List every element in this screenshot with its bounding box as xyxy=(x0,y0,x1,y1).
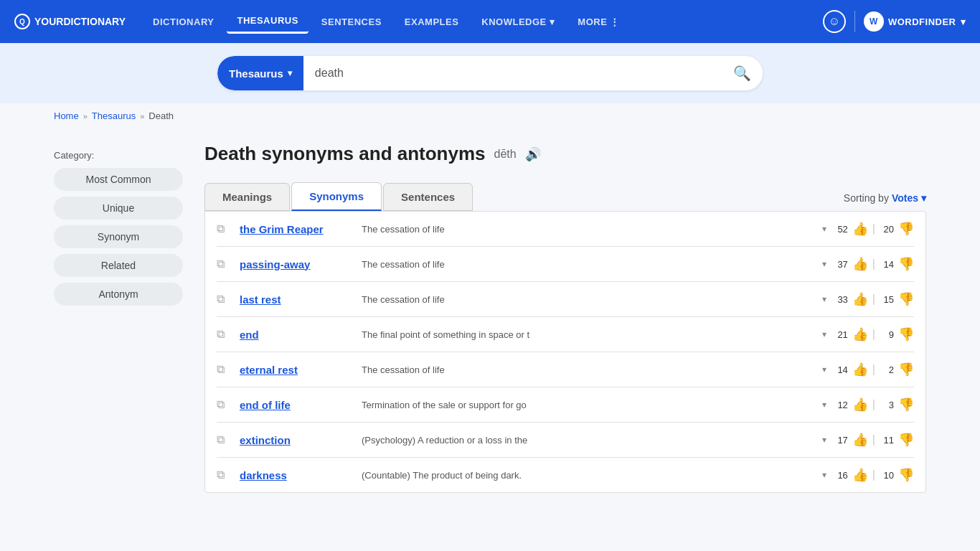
downvote-button[interactable]: 👎 xyxy=(898,397,914,413)
copy-icon[interactable]: ⧉ xyxy=(217,433,232,446)
tabs: Meanings Synonyms Sentences xyxy=(204,182,474,211)
synonym-word[interactable]: passing-away xyxy=(240,258,354,270)
expand-button[interactable]: ▾ xyxy=(822,400,826,410)
user-icon[interactable]: ☺ xyxy=(823,10,846,33)
sidebar: Category: Most Common Unique Synonym Rel… xyxy=(54,143,183,493)
sidebar-item-unique[interactable]: Unique xyxy=(54,197,183,220)
breadcrumb-home[interactable]: Home xyxy=(54,110,79,121)
logo-icon: Q xyxy=(14,14,30,29)
expand-button[interactable]: ▾ xyxy=(822,470,826,480)
synonym-word[interactable]: the Grim Reaper xyxy=(240,223,354,235)
downvote-button[interactable]: 👎 xyxy=(898,432,914,448)
vote-area: 17 👍 | 11 👎 xyxy=(834,432,914,448)
expand-button[interactable]: ▾ xyxy=(822,294,826,304)
wordfinder-button[interactable]: W WORDFINDER ▾ xyxy=(864,11,966,32)
search-input[interactable] xyxy=(303,56,722,90)
nav-thesaurus[interactable]: THESAURUS xyxy=(227,9,308,34)
synonym-definition: (Psychology) A reduction or a loss in th… xyxy=(362,435,815,446)
downvote-button[interactable]: 👎 xyxy=(898,467,914,483)
vote-area: 16 👍 | 10 👎 xyxy=(834,467,914,483)
sidebar-item-related[interactable]: Related xyxy=(54,254,183,277)
vote-area: 12 👍 | 3 👎 xyxy=(834,397,914,413)
sidebar-item-most-common[interactable]: Most Common xyxy=(54,168,183,191)
upvote-button[interactable]: 👍 xyxy=(852,397,868,413)
sorting-value[interactable]: Votes ▾ xyxy=(892,192,926,204)
table-row: ⧉ the Grim Reaper The cessation of life … xyxy=(217,212,914,247)
breadcrumb-current: Death xyxy=(149,110,174,121)
nav-sentences[interactable]: SENTENCES xyxy=(311,11,392,33)
synonym-word[interactable]: last rest xyxy=(240,293,354,306)
downvote-count: 11 xyxy=(880,435,894,446)
downvote-button[interactable]: 👎 xyxy=(898,291,914,307)
chevron-down-icon: ▾ xyxy=(921,192,926,204)
synonyms-list: ⧉ the Grim Reaper The cessation of life … xyxy=(204,211,926,493)
synonym-word[interactable]: end xyxy=(240,329,354,341)
upvote-button[interactable]: 👍 xyxy=(852,326,868,342)
search-icon: 🔍 xyxy=(733,65,751,82)
tab-meanings[interactable]: Meanings xyxy=(204,183,290,211)
expand-button[interactable]: ▾ xyxy=(822,224,826,234)
expand-button[interactable]: ▾ xyxy=(822,435,826,445)
nav-examples[interactable]: EXAMPLES xyxy=(395,11,469,33)
upvote-count: 21 xyxy=(834,329,848,340)
upvote-button[interactable]: 👍 xyxy=(852,467,868,483)
downvote-button[interactable]: 👎 xyxy=(898,326,914,342)
search-type-dropdown[interactable]: Thesaurus ▾ xyxy=(217,56,303,90)
copy-icon[interactable]: ⧉ xyxy=(217,363,232,376)
nav-divider xyxy=(854,11,855,32)
upvote-button[interactable]: 👍 xyxy=(852,432,868,448)
speaker-icon[interactable]: 🔊 xyxy=(525,146,541,162)
synonym-word[interactable]: extinction xyxy=(240,434,354,446)
copy-icon[interactable]: ⧉ xyxy=(217,222,232,235)
copy-icon[interactable]: ⧉ xyxy=(217,258,232,270)
search-button[interactable]: 🔍 xyxy=(722,56,763,90)
downvote-button[interactable]: 👎 xyxy=(898,256,914,272)
breadcrumb-thesaurus[interactable]: Thesaurus xyxy=(92,110,136,121)
downvote-count: 9 xyxy=(880,329,894,340)
sidebar-item-synonym[interactable]: Synonym xyxy=(54,225,183,248)
synonym-definition: The cessation of life xyxy=(362,364,815,375)
page-title-text: Death synonyms and antonyms xyxy=(204,143,486,165)
synonym-word[interactable]: darkness xyxy=(240,469,354,481)
wordfinder-icon: W xyxy=(864,11,884,32)
expand-button[interactable]: ▾ xyxy=(822,259,826,269)
expand-button[interactable]: ▾ xyxy=(822,329,826,339)
downvote-button[interactable]: 👎 xyxy=(898,362,914,377)
tab-synonyms[interactable]: Synonyms xyxy=(291,182,382,211)
copy-icon[interactable]: ⧉ xyxy=(217,328,232,341)
downvote-count: 14 xyxy=(880,259,894,270)
upvote-button[interactable]: 👍 xyxy=(852,221,868,237)
upvote-button[interactable]: 👍 xyxy=(852,256,868,272)
nav-knowledge[interactable]: KNOWLEDGE ▾ xyxy=(471,11,565,33)
table-row: ⧉ last rest The cessation of life ▾ 33 👍… xyxy=(217,282,914,317)
search-section: Thesaurus ▾ 🔍 xyxy=(0,43,980,103)
expand-button[interactable]: ▾ xyxy=(822,364,826,375)
vote-area: 14 👍 | 2 👎 xyxy=(834,362,914,377)
synonym-word[interactable]: end of life xyxy=(240,399,354,411)
synonym-word[interactable]: eternal rest xyxy=(240,364,354,376)
nav-dictionary[interactable]: DICTIONARY xyxy=(143,11,224,33)
downvote-button[interactable]: 👎 xyxy=(898,221,914,237)
downvote-count: 2 xyxy=(880,364,894,375)
sidebar-item-antonym[interactable]: Antonym xyxy=(54,283,183,306)
breadcrumb-sep-2: » xyxy=(140,112,144,121)
synonym-definition: The cessation of life xyxy=(362,224,815,235)
copy-icon[interactable]: ⧉ xyxy=(217,398,232,411)
upvote-count: 16 xyxy=(834,470,848,481)
upvote-count: 52 xyxy=(834,224,848,235)
table-row: ⧉ darkness (Countable) The product of be… xyxy=(217,458,914,492)
vote-area: 33 👍 | 15 👎 xyxy=(834,291,914,307)
pronunciation: dēth xyxy=(494,148,517,161)
nav-right: ☺ W WORDFINDER ▾ xyxy=(823,10,966,33)
more-dots-icon: ⋮ xyxy=(610,17,620,27)
upvote-button[interactable]: 👍 xyxy=(852,362,868,377)
sorting-bar: Sorting by Votes ▾ xyxy=(844,188,926,211)
synonym-definition: The cessation of life xyxy=(362,294,815,305)
copy-icon[interactable]: ⧉ xyxy=(217,468,232,481)
copy-icon[interactable]: ⧉ xyxy=(217,293,232,306)
table-row: ⧉ end of life Termination of the sale or… xyxy=(217,387,914,423)
tab-sentences[interactable]: Sentences xyxy=(383,183,473,211)
nav-more[interactable]: MORE ⋮ xyxy=(567,11,630,33)
logo[interactable]: Q YOURDICTIONARY xyxy=(14,14,126,29)
upvote-button[interactable]: 👍 xyxy=(852,291,868,307)
